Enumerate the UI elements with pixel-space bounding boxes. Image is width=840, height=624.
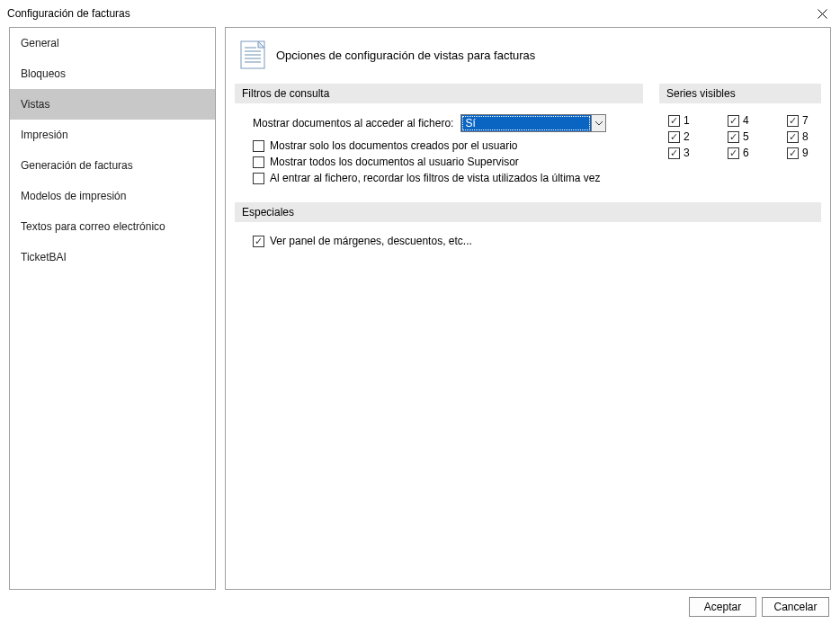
chk-remember-filters-row[interactable]: Al entrar al fichero, recordar los filtr… <box>235 170 643 186</box>
series-2[interactable]: 2 <box>668 130 702 143</box>
section-series: Series visibles 1 4 7 2 5 8 3 6 9 <box>659 84 821 186</box>
series-label: 5 <box>743 130 749 143</box>
series-label: 6 <box>743 147 749 159</box>
checkbox-all-supervisor[interactable] <box>253 156 264 168</box>
series-label: 3 <box>684 147 690 159</box>
chk-all-supervisor-label: Mostrar todos los documentos al usuario … <box>270 156 519 168</box>
section-row-top: Filtros de consulta Mostrar documentos a… <box>235 84 821 186</box>
series-label: 1 <box>684 114 690 127</box>
dialog-body: General Bloqueos Vistas Impresión Genera… <box>0 27 840 590</box>
combo-dropdown-button[interactable] <box>591 115 605 131</box>
checkbox-remember-filters[interactable] <box>253 173 264 184</box>
sidebar: General Bloqueos Vistas Impresión Genera… <box>9 27 216 590</box>
series-label: 4 <box>743 114 749 127</box>
content-header: Opciones de configuración de vistas para… <box>235 40 821 69</box>
checkbox-series-2[interactable] <box>668 131 680 143</box>
section-filtros: Filtros de consulta Mostrar documentos a… <box>235 84 643 186</box>
series-7[interactable]: 7 <box>787 114 821 127</box>
checkbox-series-3[interactable] <box>668 147 680 159</box>
show-docs-value: Sí <box>461 115 591 131</box>
chk-all-supervisor-row[interactable]: Mostrar todos los documentos al usuario … <box>235 154 643 170</box>
series-9[interactable]: 9 <box>787 147 821 159</box>
chevron-down-icon <box>595 121 603 126</box>
checkbox-series-9[interactable] <box>787 147 799 159</box>
close-icon <box>818 9 827 19</box>
chk-only-user-label: Mostrar solo los documentos creados por … <box>270 139 517 152</box>
sidebar-item-generacion[interactable]: Generación de facturas <box>10 150 215 181</box>
button-bar: Aceptar Cancelar <box>689 597 829 617</box>
sidebar-item-modelos[interactable]: Modelos de impresión <box>10 181 215 211</box>
series-label: 8 <box>802 130 809 143</box>
series-6[interactable]: 6 <box>728 147 762 159</box>
series-8[interactable]: 8 <box>787 130 821 143</box>
checkbox-series-6[interactable] <box>728 147 739 159</box>
section-header-filtros: Filtros de consulta <box>235 84 643 103</box>
series-label: 9 <box>802 147 809 159</box>
checkbox-panel-margenes[interactable] <box>253 236 264 247</box>
sidebar-item-ticketbai[interactable]: TicketBAI <box>10 242 215 272</box>
section-especiales: Especiales Ver panel de márgenes, descue… <box>235 202 821 249</box>
series-4[interactable]: 4 <box>728 114 762 127</box>
ok-button[interactable]: Aceptar <box>689 597 756 617</box>
section-header-series: Series visibles <box>659 84 821 103</box>
sidebar-item-impresion[interactable]: Impresión <box>10 120 215 150</box>
window-title: Configuración de facturas <box>7 7 130 20</box>
checkbox-series-5[interactable] <box>728 131 739 143</box>
checkbox-series-7[interactable] <box>787 115 799 127</box>
document-icon <box>240 40 265 69</box>
content-panel: Opciones de configuración de vistas para… <box>225 27 831 590</box>
chk-panel-row[interactable]: Ver panel de márgenes, descuentos, etc..… <box>235 233 821 249</box>
checkbox-series-1[interactable] <box>668 115 680 127</box>
series-label: 2 <box>684 130 690 143</box>
chk-remember-filters-label: Al entrar al fichero, recordar los filtr… <box>270 172 600 184</box>
chk-only-user-row[interactable]: Mostrar solo los documentos creados por … <box>235 138 643 154</box>
series-1[interactable]: 1 <box>668 114 702 127</box>
sidebar-item-bloqueos[interactable]: Bloqueos <box>10 58 215 89</box>
show-docs-field: Mostrar documentos al acceder al fichero… <box>235 114 643 138</box>
show-docs-label: Mostrar documentos al acceder al fichero… <box>253 117 453 129</box>
checkbox-only-user[interactable] <box>253 140 264 152</box>
chk-panel-label: Ver panel de márgenes, descuentos, etc..… <box>270 235 472 247</box>
series-grid: 1 4 7 2 5 8 3 6 9 <box>659 114 821 159</box>
series-5[interactable]: 5 <box>728 130 762 143</box>
series-3[interactable]: 3 <box>668 147 702 159</box>
series-label: 7 <box>802 114 809 127</box>
checkbox-series-4[interactable] <box>728 115 739 127</box>
sidebar-item-general[interactable]: General <box>10 28 215 58</box>
section-header-especiales: Especiales <box>235 202 821 222</box>
page-title: Opciones de configuración de vistas para… <box>276 49 535 62</box>
titlebar: Configuración de facturas <box>0 0 840 27</box>
close-button[interactable] <box>811 3 833 24</box>
show-docs-combo[interactable]: Sí <box>460 114 606 132</box>
sidebar-item-textos[interactable]: Textos para correo electrónico <box>10 211 215 242</box>
cancel-button[interactable]: Cancelar <box>762 597 829 617</box>
checkbox-series-8[interactable] <box>787 131 799 143</box>
sidebar-item-vistas[interactable]: Vistas <box>10 89 215 120</box>
